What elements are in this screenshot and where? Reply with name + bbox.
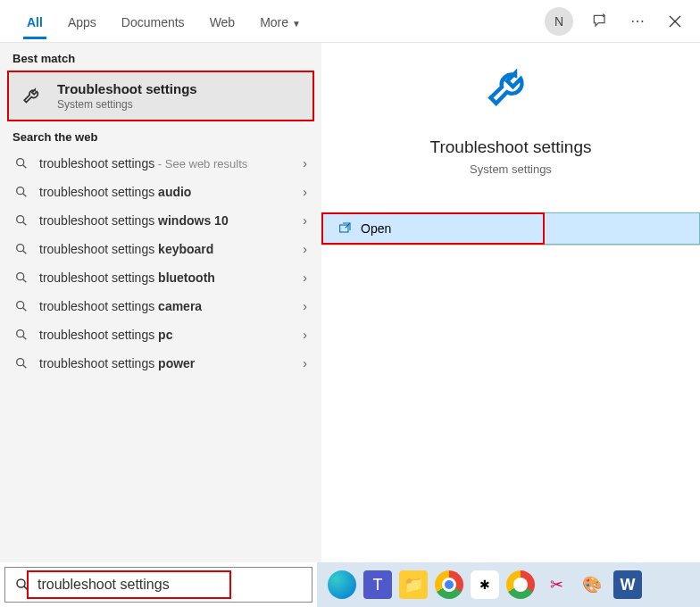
svg-point-19 <box>17 579 25 587</box>
svg-point-14 <box>17 330 24 337</box>
search-icon <box>14 577 30 593</box>
search-box[interactable] <box>4 567 312 603</box>
taskbar-teams-icon[interactable]: T <box>363 570 392 599</box>
web-result-text: troubleshoot settings keyboard <box>39 242 296 256</box>
taskbar-explorer-icon[interactable]: 📁 <box>399 570 428 599</box>
chevron-right-icon: › <box>303 185 307 199</box>
taskbar: T 📁 ✱ ✂ 🎨 W <box>317 562 700 607</box>
tab-all[interactable]: All <box>14 4 55 38</box>
open-icon <box>338 221 352 236</box>
taskbar-edge-icon[interactable] <box>328 570 356 599</box>
search-icon <box>14 270 29 285</box>
taskbar-paint-icon[interactable]: 🎨 <box>578 570 606 599</box>
svg-point-12 <box>17 302 24 309</box>
svg-line-11 <box>23 279 27 283</box>
svg-point-4 <box>17 187 24 195</box>
chevron-right-icon: › <box>303 299 307 313</box>
web-result[interactable]: troubleshoot settings windows 10 › <box>0 206 321 235</box>
web-result-text: troubleshoot settings bluetooth <box>39 270 296 285</box>
web-result-text: troubleshoot settings audio <box>39 185 296 199</box>
svg-line-13 <box>23 308 27 312</box>
search-icon <box>14 185 29 199</box>
chevron-right-icon: › <box>303 270 307 285</box>
tab-documents[interactable]: Documents <box>109 4 197 38</box>
svg-line-17 <box>23 365 27 369</box>
search-icon <box>14 299 29 313</box>
best-match-subtitle: System settings <box>57 98 197 111</box>
web-result[interactable]: troubleshoot settings pc › <box>0 320 321 349</box>
svg-line-9 <box>23 251 27 254</box>
web-result-text: troubleshoot settings camera <box>39 299 296 313</box>
svg-point-6 <box>17 216 24 223</box>
svg-point-16 <box>17 359 24 366</box>
close-icon[interactable] <box>664 11 686 32</box>
chevron-down-icon: ▼ <box>292 19 301 29</box>
feedback-icon[interactable] <box>589 11 611 32</box>
tab-apps[interactable]: Apps <box>55 4 109 38</box>
web-result[interactable]: troubleshoot settings audio › <box>0 178 321 206</box>
action-extra[interactable] <box>545 212 700 245</box>
taskbar-chrome2-icon[interactable] <box>506 570 535 599</box>
web-result-text: troubleshoot settings pc <box>39 328 296 342</box>
open-label: Open <box>361 221 391 236</box>
search-icon <box>14 156 29 170</box>
search-input[interactable] <box>38 577 303 593</box>
search-web-label: Search the web <box>0 121 321 149</box>
more-options-icon[interactable]: ⋯ <box>627 11 648 32</box>
web-result-text: troubleshoot settings power <box>39 356 296 370</box>
detail-subtitle: System settings <box>321 162 700 176</box>
web-result[interactable]: troubleshoot settings camera › <box>0 292 321 320</box>
svg-line-15 <box>23 337 27 340</box>
taskbar-slack-icon[interactable]: ✱ <box>471 570 499 599</box>
search-icon <box>14 242 29 256</box>
chevron-right-icon: › <box>303 156 307 170</box>
tab-web[interactable]: Web <box>197 4 248 38</box>
open-action[interactable]: Open <box>321 212 545 245</box>
svg-point-8 <box>17 245 24 252</box>
chevron-right-icon: › <box>303 356 307 370</box>
svg-line-3 <box>23 165 27 169</box>
tab-more[interactable]: More▼ <box>247 4 313 38</box>
web-result[interactable]: troubleshoot settings power › <box>0 349 321 378</box>
web-result[interactable]: troubleshoot settings bluetooth › <box>0 263 321 292</box>
svg-line-5 <box>23 194 27 197</box>
chevron-right-icon: › <box>303 328 307 342</box>
results-panel: Best match Troubleshoot settings System … <box>0 43 321 562</box>
svg-line-7 <box>23 222 27 226</box>
svg-point-10 <box>17 273 24 280</box>
best-match-item[interactable]: Troubleshoot settings System settings <box>7 71 314 121</box>
detail-title: Troubleshoot settings <box>321 137 700 157</box>
taskbar-word-icon[interactable]: W <box>613 570 642 599</box>
chevron-right-icon: › <box>303 242 307 256</box>
web-result[interactable]: troubleshoot settings - See web results … <box>0 149 321 178</box>
taskbar-chrome-icon[interactable] <box>435 570 463 599</box>
web-result-text: troubleshoot settings - See web results <box>39 156 296 170</box>
wrench-icon <box>484 64 538 118</box>
best-match-label: Best match <box>0 43 321 71</box>
search-icon <box>14 356 29 370</box>
search-icon <box>14 328 29 342</box>
chevron-right-icon: › <box>303 213 307 228</box>
search-icon <box>14 213 29 228</box>
search-tabs: All Apps Documents Web More▼ N ⋯ <box>0 0 700 43</box>
user-avatar[interactable]: N <box>545 7 573 36</box>
web-result[interactable]: troubleshoot settings keyboard › <box>0 235 321 263</box>
web-result-text: troubleshoot settings windows 10 <box>39 213 296 228</box>
svg-point-2 <box>17 159 24 166</box>
detail-panel: Troubleshoot settings System settings Op… <box>321 43 700 562</box>
wrench-icon <box>20 85 46 108</box>
best-match-title: Troubleshoot settings <box>57 81 197 96</box>
svg-line-20 <box>24 586 28 590</box>
taskbar-snip-icon[interactable]: ✂ <box>542 570 571 599</box>
